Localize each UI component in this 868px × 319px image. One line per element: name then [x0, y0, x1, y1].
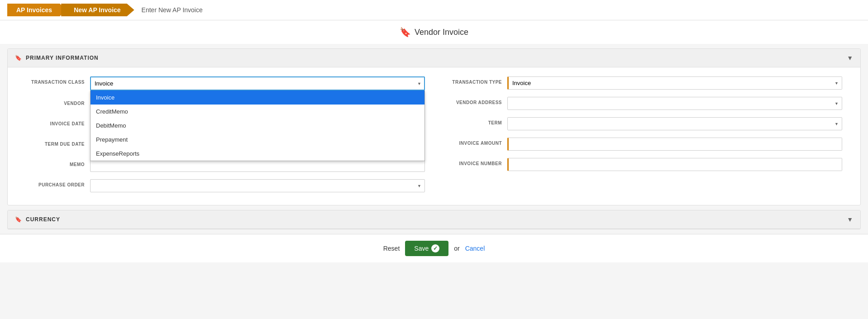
breadcrumb-ap-invoices[interactable]: AP Invoices: [7, 4, 66, 16]
save-check-icon: [431, 244, 439, 252]
invoice-amount-row: INVOICE AMOUNT: [443, 138, 842, 151]
or-text: or: [454, 245, 459, 252]
breadcrumb-new-ap-invoice[interactable]: New AP Invoice: [61, 4, 134, 16]
term-due-date-label: TERM DUE DATE: [26, 138, 85, 147]
invoice-number-control: [507, 158, 842, 171]
purchase-order-select[interactable]: [90, 179, 425, 192]
invoice-number-input[interactable]: [507, 158, 842, 171]
transaction-type-label: TRANSACTION TYPE: [443, 76, 502, 85]
vendor-address-label: VENDOR ADDRESS: [443, 97, 502, 105]
page-title: 🔖 Vendor Invoice: [400, 27, 468, 38]
memo-label: MEMO: [26, 159, 85, 167]
primary-information-content: TRANSACTION CLASS Invoice CreditMemo Deb…: [8, 67, 860, 205]
reset-button[interactable]: Reset: [383, 245, 400, 252]
vendor-address-row: VENDOR ADDRESS: [443, 97, 842, 110]
form-left-column: TRANSACTION CLASS Invoice CreditMemo Deb…: [26, 76, 425, 196]
currency-chevron-icon: ▼: [847, 216, 853, 223]
dropdown-item-creditmemo[interactable]: CreditMemo: [91, 105, 424, 119]
primary-form-grid: TRANSACTION CLASS Invoice CreditMemo Deb…: [26, 76, 842, 196]
bookmark-icon: 🔖: [400, 27, 411, 38]
term-row: TERM: [443, 117, 842, 130]
invoice-amount-input[interactable]: [507, 138, 842, 151]
transaction-class-label: TRANSACTION CLASS: [26, 76, 85, 85]
dropdown-item-prepayment[interactable]: Prepayment: [91, 133, 424, 147]
breadcrumb: AP Invoices New AP Invoice Enter New AP …: [0, 0, 868, 20]
transaction-class-select-wrapper: Invoice CreditMemo DebitMemo Prepayment …: [90, 76, 425, 90]
transaction-type-select[interactable]: Invoice: [507, 76, 842, 90]
breadcrumb-current: Enter New AP Invoice: [142, 6, 203, 14]
primary-information-header[interactable]: 🔖 PRIMARY INFORMATION ▼: [8, 49, 860, 67]
currency-header[interactable]: 🔖 CURRENCY ▼: [8, 210, 860, 229]
vendor-address-select[interactable]: [507, 97, 842, 110]
term-control: [507, 117, 842, 130]
invoice-amount-label: INVOICE AMOUNT: [443, 138, 502, 146]
vendor-label: VENDOR: [26, 98, 85, 106]
transaction-type-control: Invoice: [507, 76, 842, 90]
currency-bookmark-icon: 🔖: [15, 216, 22, 223]
transaction-class-control: Invoice CreditMemo DebitMemo Prepayment …: [90, 76, 425, 90]
save-button[interactable]: Save: [405, 241, 448, 256]
vendor-address-control: [507, 97, 842, 110]
dropdown-item-debitmemo[interactable]: DebitMemo: [91, 119, 424, 133]
footer: Reset Save or Cancel: [0, 234, 868, 262]
purchase-order-label: PURCHASE ORDER: [26, 179, 85, 187]
term-select[interactable]: [507, 117, 842, 130]
cancel-button[interactable]: Cancel: [465, 245, 485, 252]
transaction-type-row: TRANSACTION TYPE Invoice: [443, 76, 842, 90]
currency-section: 🔖 CURRENCY ▼: [7, 210, 861, 229]
purchase-order-row: PURCHASE ORDER: [26, 179, 425, 192]
primary-information-section: 🔖 PRIMARY INFORMATION ▼ TRANSACTION CLAS…: [7, 48, 861, 205]
primary-chevron-icon: ▼: [847, 54, 853, 62]
invoice-number-row: INVOICE NUMBER: [443, 158, 842, 171]
section-bookmark-icon: 🔖: [15, 55, 22, 61]
dropdown-item-expensereports[interactable]: ExpenseReports: [91, 147, 424, 161]
invoice-date-label: INVOICE DATE: [26, 118, 85, 126]
purchase-order-control: [90, 179, 425, 192]
invoice-amount-control: [507, 138, 842, 151]
page-title-bar: 🔖 Vendor Invoice: [0, 20, 868, 44]
dropdown-item-invoice[interactable]: Invoice: [91, 90, 424, 105]
transaction-class-select[interactable]: Invoice CreditMemo DebitMemo Prepayment …: [90, 76, 425, 90]
invoice-number-label: INVOICE NUMBER: [443, 158, 502, 166]
transaction-class-dropdown: Invoice CreditMemo DebitMemo Prepayment …: [90, 90, 425, 161]
form-right-column: TRANSACTION TYPE Invoice VENDOR ADDRESS: [443, 76, 842, 196]
term-label: TERM: [443, 117, 502, 125]
transaction-class-row: TRANSACTION CLASS Invoice CreditMemo Deb…: [26, 76, 425, 90]
